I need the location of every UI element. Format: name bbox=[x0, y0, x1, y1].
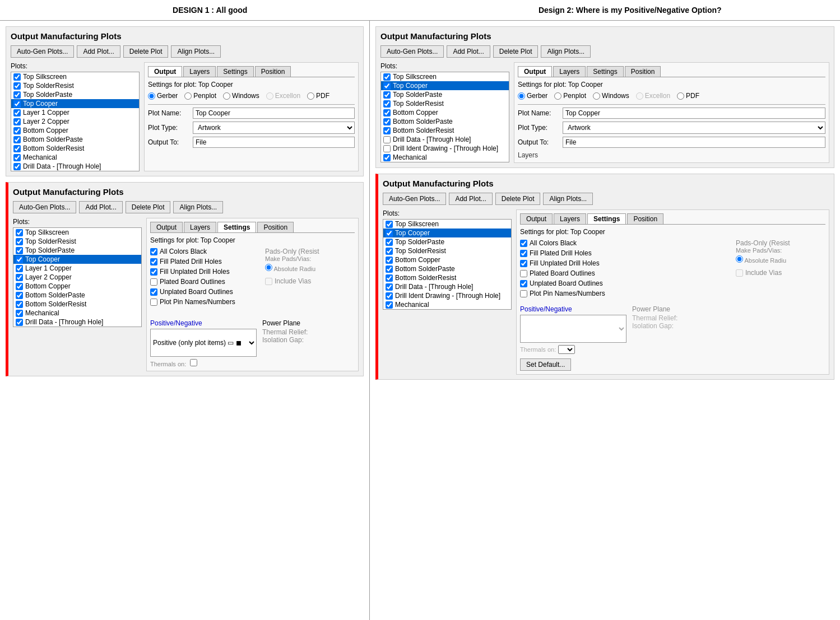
list-item[interactable]: Drill Data - [Through Hole] bbox=[383, 282, 511, 291]
list-item[interactable]: Top SolderResist bbox=[381, 99, 509, 108]
panel3-alignplots-btn[interactable]: Align Plots... bbox=[541, 45, 591, 58]
plot-name-input3[interactable] bbox=[563, 108, 825, 119]
thermals-select4[interactable] bbox=[558, 345, 575, 354]
list-item[interactable]: Drill Data - [Through Hole] bbox=[381, 135, 509, 144]
list-item[interactable]: Drill Data - [Through Hole] bbox=[13, 318, 141, 327]
list-item-selected[interactable]: Top Cooper bbox=[13, 255, 141, 264]
plot-type-select3[interactable]: Artwork bbox=[563, 122, 825, 134]
list-item[interactable]: Bottom SolderPaste bbox=[11, 135, 139, 144]
set-default-btn4[interactable]: Set Default... bbox=[520, 358, 571, 371]
radio-windows[interactable]: Windows bbox=[223, 92, 259, 100]
tab-output[interactable]: Output bbox=[148, 66, 182, 77]
list-item[interactable]: Bottom Copper bbox=[383, 255, 511, 264]
list-item[interactable]: Top Silkscreen bbox=[11, 72, 139, 81]
panel4-listbox[interactable]: Top Silkscreen Top Cooper Top SolderPast… bbox=[383, 219, 512, 310]
list-item[interactable]: Bottom SolderResist bbox=[383, 273, 511, 282]
pos-neg-select4[interactable] bbox=[520, 315, 626, 343]
list-item[interactable]: Top SolderResist bbox=[13, 237, 141, 246]
list-item-selected[interactable]: Top Cooper bbox=[381, 81, 509, 90]
radio-penplot[interactable]: Penplot bbox=[184, 92, 216, 100]
list-item[interactable]: Top SolderPaste bbox=[381, 90, 509, 99]
cb4-unplated-board[interactable]: Unplated Board Outlines bbox=[520, 279, 730, 287]
cb4-all-colors[interactable]: All Colors Black bbox=[520, 239, 730, 247]
list-item[interactable]: Top SolderResist bbox=[11, 81, 139, 90]
panel2-autogen-btn[interactable]: Auto-Gen Plots... bbox=[13, 201, 76, 213]
panel4-autogen-btn[interactable]: Auto-Gen Plots... bbox=[383, 193, 446, 205]
list-item[interactable]: Drill Ident Drawing - [Through Hole] bbox=[381, 144, 509, 153]
list-item[interactable]: Mechanical bbox=[383, 300, 511, 309]
panel4-alignplots-btn[interactable]: Align Plots... bbox=[543, 193, 593, 205]
list-item[interactable]: Bottom Copper bbox=[11, 126, 139, 135]
list-item[interactable]: Bottom SolderPaste bbox=[381, 117, 509, 126]
list-item[interactable]: Bottom SolderResist bbox=[13, 300, 141, 309]
list-item[interactable]: Layer 2 Copper bbox=[13, 273, 141, 282]
panel2-listbox[interactable]: Top Silkscreen Top SolderResist Top Sold… bbox=[13, 227, 142, 327]
panel3-listbox[interactable]: Top Silkscreen Top Cooper Top SolderPast… bbox=[380, 72, 509, 162]
tab-layers2[interactable]: Layers bbox=[184, 222, 216, 232]
radio-pdf3[interactable]: PDF bbox=[677, 92, 699, 100]
include-vias-row4[interactable]: Include Vias bbox=[736, 269, 825, 277]
panel1-deleteplot-btn[interactable]: Delete Plot bbox=[123, 45, 169, 58]
list-item[interactable]: Top Silkscreen bbox=[13, 228, 141, 237]
plot-name-input[interactable] bbox=[193, 108, 355, 119]
tab-position3[interactable]: Position bbox=[625, 66, 661, 77]
tab-position[interactable]: Position bbox=[255, 66, 291, 77]
tab-layers4[interactable]: Layers bbox=[554, 213, 586, 224]
tab-layers3[interactable]: Layers bbox=[553, 66, 586, 77]
tab-settings[interactable]: Settings bbox=[217, 66, 253, 77]
include-vias-row[interactable]: Include Vias bbox=[265, 277, 355, 285]
panel1-addplot-btn[interactable]: Add Plot... bbox=[77, 45, 120, 58]
radio-excellon[interactable]: Excellon bbox=[266, 92, 300, 100]
list-item[interactable]: Bottom Copper bbox=[381, 108, 509, 117]
list-item-selected[interactable]: Top Cooper bbox=[11, 99, 139, 108]
list-item[interactable]: Bottom SolderResist bbox=[11, 144, 139, 153]
panel2-addplot-btn[interactable]: Add Plot... bbox=[79, 201, 122, 213]
panel1-autogen-btn[interactable]: Auto-Gen Plots... bbox=[11, 45, 74, 58]
list-item[interactable]: Top SolderPaste bbox=[13, 246, 141, 255]
list-item[interactable]: Mechanical bbox=[381, 153, 509, 162]
output-to-input[interactable] bbox=[193, 137, 355, 148]
list-item[interactable]: Mechanical bbox=[13, 309, 141, 318]
list-item[interactable]: Bottom Copper bbox=[13, 282, 141, 291]
cb4-plated-board[interactable]: Plated Board Outlines bbox=[520, 269, 730, 277]
list-item[interactable]: Top SolderPaste bbox=[383, 237, 511, 246]
list-item[interactable]: Bottom SolderPaste bbox=[13, 291, 141, 300]
tab-position2[interactable]: Position bbox=[257, 222, 294, 232]
cb4-plot-pin[interactable]: Plot Pin Names/Numbers bbox=[520, 290, 730, 297]
list-item[interactable]: Top Silkscreen bbox=[383, 220, 511, 229]
radio-windows3[interactable]: Windows bbox=[593, 92, 629, 100]
cb-plated-board[interactable]: Plated Board Outlines bbox=[150, 278, 259, 286]
tab-output4[interactable]: Output bbox=[520, 213, 553, 224]
radio-penplot3[interactable]: Penplot bbox=[554, 92, 586, 100]
panel4-addplot-btn[interactable]: Add Plot... bbox=[449, 193, 492, 205]
panel2-alignplots-btn[interactable]: Align Plots... bbox=[173, 201, 223, 213]
panel3-addplot-btn[interactable]: Add Plot... bbox=[447, 45, 490, 58]
radio-excellon3[interactable]: Excellon bbox=[636, 92, 670, 100]
list-item[interactable]: Top SolderResist bbox=[383, 246, 511, 255]
output-to-input3[interactable] bbox=[563, 137, 825, 148]
cb-all-colors[interactable]: All Colors Black bbox=[150, 248, 259, 255]
cb-unplated-board[interactable]: Unplated Board Outlines bbox=[150, 288, 259, 296]
panel1-listbox[interactable]: Top Silkscreen Top SolderResist Top Sold… bbox=[11, 72, 140, 171]
cb-plot-pin[interactable]: Plot Pin Names/Numbers bbox=[150, 298, 259, 306]
tab-layers[interactable]: Layers bbox=[183, 66, 216, 77]
list-item[interactable]: Layer 1 Copper bbox=[11, 108, 139, 117]
tab-settings2[interactable]: Settings bbox=[217, 222, 256, 232]
plot-type-select[interactable]: Artwork bbox=[193, 122, 355, 134]
list-item[interactable]: Top SolderPaste bbox=[11, 90, 139, 99]
tab-output3[interactable]: Output bbox=[518, 66, 552, 77]
cb-fill-unplated[interactable]: Fill Unplated Drill Holes bbox=[150, 268, 259, 276]
cb4-fill-plated[interactable]: Fill Plated Drill Holes bbox=[520, 249, 730, 257]
tab-settings4[interactable]: Settings bbox=[587, 213, 626, 224]
list-item[interactable]: Bottom SolderResist bbox=[381, 126, 509, 135]
panel2-deleteplot-btn[interactable]: Delete Plot bbox=[126, 201, 171, 213]
list-item[interactable]: Layer 2 Copper bbox=[11, 117, 139, 126]
tab-output2[interactable]: Output bbox=[150, 222, 183, 232]
tab-position4[interactable]: Position bbox=[627, 213, 663, 224]
list-item[interactable]: Layer 1 Copper bbox=[13, 264, 141, 273]
panel3-autogen-btn[interactable]: Auto-Gen Plots... bbox=[380, 45, 444, 58]
list-item[interactable]: Mechanical bbox=[11, 153, 139, 162]
list-item[interactable]: Drill Data - [Through Hole] bbox=[11, 162, 139, 171]
list-item-selected[interactable]: Top Cooper bbox=[383, 229, 511, 237]
tab-settings3[interactable]: Settings bbox=[587, 66, 623, 77]
